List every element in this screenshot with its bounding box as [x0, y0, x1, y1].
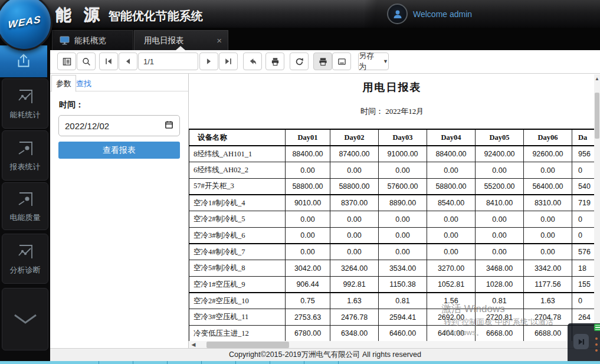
page-view-icon — [337, 57, 346, 66]
user-area[interactable]: Welcome admin — [387, 4, 472, 24]
device-name-cell: 空冷1#制冷机_4 — [189, 195, 286, 211]
value-cell: 2720.81 — [476, 309, 524, 326]
main-content: 另存为 ▼ 参数 查找 时间： 2022/12/02 查看报表 — [50, 50, 600, 361]
time-label: 时间： — [59, 100, 84, 110]
tab-close-icon[interactable]: × — [217, 36, 222, 45]
value-cell: 8370.00 — [330, 195, 379, 211]
sidebar-item-analysis[interactable]: 分析诊断 — [2, 234, 48, 284]
sidebar-item-report-stats[interactable]: 报表统计 — [2, 130, 48, 181]
value-cell: 87400.00 — [330, 146, 379, 162]
report-pane: 用电日报表 时间： 2022年12月 设备名称Day01Day02Day03Da… — [189, 74, 595, 341]
prev-page-button[interactable] — [119, 53, 137, 70]
calendar-icon[interactable] — [165, 120, 173, 131]
value-cell: 6348.00 — [330, 326, 379, 341]
value-cell: 6688.00 — [524, 326, 572, 341]
print-button[interactable] — [265, 53, 284, 70]
device-name-cell: 空冷1#空压机_9 — [189, 277, 286, 293]
value-cell: 91000.00 — [379, 146, 427, 162]
print-layout-button[interactable] — [313, 53, 332, 70]
value-cell: 3042.00 — [286, 260, 330, 277]
save-as-button[interactable]: 另存为 ▼ — [358, 53, 389, 70]
value-cell: 3342.00 — [524, 260, 572, 277]
vertical-scroll-thumb[interactable] — [595, 93, 599, 139]
value-cell: 0.00 — [330, 244, 379, 260]
table-row: 空冷3#空压机_112753.632476.782594.412692.0027… — [189, 309, 596, 326]
skip-next-icon[interactable] — [573, 334, 589, 349]
vertical-scrollbar[interactable]: ▲ — [594, 74, 600, 341]
next-page-button[interactable] — [199, 53, 218, 70]
value-cell: 0.00 — [286, 227, 330, 244]
active-tab-caret — [176, 46, 185, 50]
value-cell: 0.00 — [379, 244, 427, 260]
value-cell: 0.00 — [476, 227, 524, 244]
value-cell: 0.00 — [330, 211, 379, 228]
value-cell: 0 — [572, 227, 596, 244]
value-cell: 88400.00 — [427, 146, 476, 162]
value-cell: 956 — [572, 146, 596, 162]
weas-logo-text: WEAS — [8, 14, 41, 31]
value-cell: 0.00 — [524, 227, 572, 244]
refresh-button[interactable] — [290, 53, 309, 70]
value-cell: 6404.00 — [427, 326, 476, 341]
page-view-button[interactable] — [332, 53, 351, 70]
monitor-icon — [60, 36, 70, 45]
table-row: 空冷2#空压机_100.751.630.811.560.811.630 — [189, 293, 596, 309]
report-subtitle: 时间： 2022年12月 — [189, 106, 595, 117]
back-button[interactable] — [243, 53, 262, 70]
toc-button[interactable] — [57, 53, 76, 70]
value-cell: 0.81 — [476, 293, 524, 309]
value-cell: 540 — [572, 178, 596, 195]
value-cell: 1.56 — [427, 293, 476, 309]
value-cell: 56400.00 — [524, 178, 572, 195]
value-cell: 0.00 — [427, 244, 476, 260]
value-cell: 0.00 — [427, 162, 476, 179]
table-row: 空冷1#制冷机_49010.008370.008890.008540.00841… — [189, 195, 596, 211]
prev-page-icon — [124, 57, 132, 65]
value-cell: 55200.00 — [476, 178, 524, 195]
device-name-cell: 空冷3#制冷机_6 — [189, 227, 286, 244]
date-input[interactable]: 2022/12/02 — [58, 115, 180, 136]
value-cell: 58800.00 — [427, 178, 476, 195]
table-row: 空冷3#制冷机_60.000.000.000.000.000.000 — [189, 227, 596, 244]
parameter-panel: 参数 查找 时间： 2022/12/02 查看报表 — [50, 74, 189, 348]
tab-parameters[interactable]: 参数 — [51, 75, 76, 92]
sidebar-expand-button[interactable] — [2, 288, 48, 350]
last-page-icon — [224, 57, 232, 65]
table-header-row: 设备名称Day01Day02Day03Day04Day05Day06Da — [189, 129, 596, 146]
tab-label: 能耗概览 — [74, 35, 106, 46]
column-header: Da — [572, 129, 596, 146]
sidebar-item-power-quality[interactable]: 电能质量 — [2, 182, 48, 230]
tab-find[interactable]: 查找 — [76, 78, 91, 89]
value-cell: 0.81 — [379, 293, 427, 309]
value-cell: 58800.00 — [286, 178, 330, 195]
tab-energy-overview[interactable]: 能耗概览 — [52, 30, 133, 50]
value-cell: 0.00 — [476, 162, 524, 179]
value-cell: 88400.00 — [286, 146, 330, 162]
last-page-button[interactable] — [219, 53, 238, 70]
value-cell: 0.00 — [286, 244, 330, 260]
person-icon — [392, 9, 403, 19]
parameter-tabs: 参数 查找 — [50, 74, 188, 91]
page-number-input[interactable] — [138, 53, 198, 70]
device-name-cell: 空冷2#制冷机_5 — [189, 211, 286, 228]
horizontal-scroll-thumb[interactable] — [206, 342, 289, 348]
search-button[interactable] — [77, 53, 96, 70]
value-cell: 0.00 — [330, 162, 379, 179]
value-cell: 58800.00 — [330, 178, 379, 195]
value-cell: 0.75 — [286, 293, 330, 309]
sidebar-item-label: 能耗统计 — [10, 110, 41, 120]
table-row: 空冷1#空压机_9906.44992.811150.381052.811028.… — [189, 277, 596, 293]
first-page-button[interactable] — [99, 53, 118, 70]
toc-icon — [63, 57, 71, 66]
value-cell: 0 — [572, 162, 596, 179]
export-icon — [14, 51, 34, 71]
scroll-up-arrow-icon[interactable]: ▲ — [594, 76, 600, 83]
trend-chart-icon — [15, 242, 36, 263]
value-cell: 3468.00 — [476, 260, 524, 277]
value-cell: 1052.81 — [427, 277, 476, 293]
taskbar-strip — [0, 361, 600, 364]
value-cell: 0.00 — [524, 244, 572, 260]
sidebar-item-label: 分析诊断 — [10, 265, 41, 276]
view-report-button[interactable]: 查看报表 — [58, 142, 180, 159]
sidebar-item-energy-stats[interactable]: 能耗统计 — [2, 78, 48, 129]
